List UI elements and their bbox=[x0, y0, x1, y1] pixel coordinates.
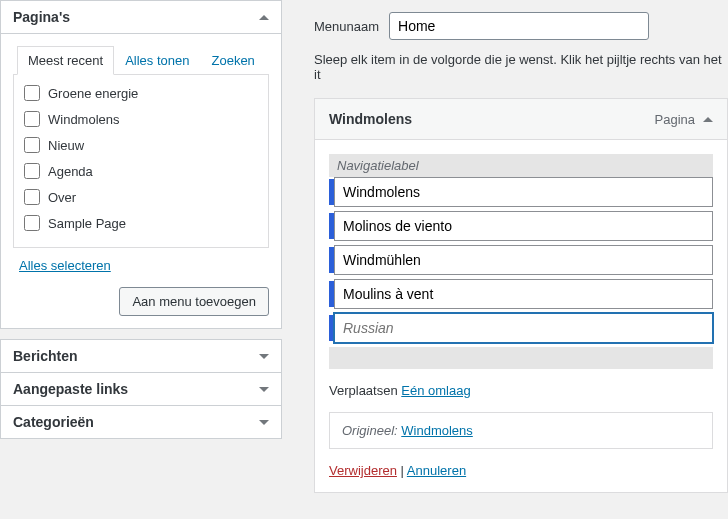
translation-row bbox=[329, 245, 713, 275]
page-checkbox[interactable] bbox=[24, 111, 40, 127]
postbox-pages: Pagina's Meest recent Alles tonen Zoeken… bbox=[0, 0, 282, 329]
origin-label: Origineel: bbox=[342, 423, 398, 438]
page-label: Over bbox=[48, 190, 76, 205]
postbox-custom-links-title: Aangepaste links bbox=[13, 381, 128, 397]
translation-input[interactable] bbox=[334, 279, 713, 309]
translation-input-russian[interactable] bbox=[334, 313, 713, 343]
select-all-link[interactable]: Alles selecteren bbox=[19, 258, 111, 273]
pages-tabs: Meest recent Alles tonen Zoeken bbox=[13, 46, 269, 75]
chevron-up-icon bbox=[259, 15, 269, 20]
postbox-custom-links: Aangepaste links bbox=[0, 373, 282, 406]
postbox-posts: Berichten bbox=[0, 339, 282, 373]
translation-input[interactable] bbox=[334, 211, 713, 241]
postbox-categories-title: Categorieën bbox=[13, 414, 94, 430]
pages-checkbox-list: Groene energie Windmolens Nieuw Age bbox=[14, 75, 268, 247]
page-checkbox[interactable] bbox=[24, 215, 40, 231]
instruction-text: Sleep elk item in de volgorde die je wen… bbox=[298, 52, 728, 98]
translation-row bbox=[329, 211, 713, 241]
menu-name-input[interactable] bbox=[389, 12, 649, 40]
translation-input[interactable] bbox=[334, 245, 713, 275]
tab-recent[interactable]: Meest recent bbox=[17, 46, 114, 75]
postbox-pages-title: Pagina's bbox=[13, 9, 70, 25]
menu-item-header[interactable]: Windmolens Pagina bbox=[315, 99, 727, 140]
gray-bar bbox=[329, 347, 713, 369]
page-checkbox[interactable] bbox=[24, 189, 40, 205]
page-label: Windmolens bbox=[48, 112, 120, 127]
translation-row-russian bbox=[329, 313, 713, 343]
postbox-posts-title: Berichten bbox=[13, 348, 78, 364]
page-item: Windmolens bbox=[24, 111, 258, 127]
page-checkbox[interactable] bbox=[24, 85, 40, 101]
translation-row bbox=[329, 279, 713, 309]
page-item: Agenda bbox=[24, 163, 258, 179]
cancel-link[interactable]: Annuleren bbox=[407, 463, 466, 478]
page-item: Nieuw bbox=[24, 137, 258, 153]
sidebar: Pagina's Meest recent Alles tonen Zoeken… bbox=[0, 0, 282, 519]
add-to-menu-button[interactable]: Aan menu toevoegen bbox=[119, 287, 269, 316]
menu-item-type: Pagina bbox=[655, 112, 695, 127]
page-checkbox[interactable] bbox=[24, 137, 40, 153]
chevron-down-icon bbox=[259, 387, 269, 392]
postbox-posts-header[interactable]: Berichten bbox=[1, 340, 281, 372]
page-label: Sample Page bbox=[48, 216, 126, 231]
menu-name-label: Menunaam bbox=[314, 19, 379, 34]
postbox-custom-links-header[interactable]: Aangepaste links bbox=[1, 373, 281, 405]
menu-item-title: Windmolens bbox=[329, 111, 412, 127]
page-label: Agenda bbox=[48, 164, 93, 179]
chevron-up-icon bbox=[703, 117, 713, 122]
nav-label-block: Navigatielabel bbox=[329, 154, 713, 177]
chevron-down-icon bbox=[259, 354, 269, 359]
select-all-row: Alles selecteren bbox=[13, 248, 269, 287]
tab-all[interactable]: Alles tonen bbox=[114, 46, 200, 75]
postbox-pages-body: Meest recent Alles tonen Zoeken Groene e… bbox=[1, 34, 281, 328]
chevron-down-icon bbox=[259, 420, 269, 425]
delete-link[interactable]: Verwijderen bbox=[329, 463, 397, 478]
menu-name-row: Menunaam bbox=[298, 0, 728, 52]
page-item: Sample Page bbox=[24, 215, 258, 231]
menu-item-windmolens: Windmolens Pagina Navigatielabel bbox=[314, 98, 728, 493]
origin-box: Origineel: Windmolens bbox=[329, 412, 713, 449]
move-down-link[interactable]: Eén omlaag bbox=[401, 383, 470, 398]
move-label: Verplaatsen bbox=[329, 383, 398, 398]
origin-link[interactable]: Windmolens bbox=[401, 423, 473, 438]
menu-item-meta: Pagina bbox=[655, 112, 713, 127]
postbox-categories-header[interactable]: Categorieën bbox=[1, 406, 281, 438]
nav-label-title: Navigatielabel bbox=[337, 158, 713, 173]
action-row: Verwijderen | Annuleren bbox=[329, 463, 713, 478]
add-to-menu-row: Aan menu toevoegen bbox=[13, 287, 269, 316]
postbox-pages-header[interactable]: Pagina's bbox=[1, 1, 281, 34]
translation-row bbox=[329, 177, 713, 207]
tab-search[interactable]: Zoeken bbox=[200, 46, 265, 75]
page-label: Groene energie bbox=[48, 86, 138, 101]
postbox-categories: Categorieën bbox=[0, 406, 282, 439]
main-area: Menunaam Sleep elk item in de volgorde d… bbox=[282, 0, 728, 519]
menu-item-body: Navigatielabel bbox=[315, 140, 727, 492]
page-label: Nieuw bbox=[48, 138, 84, 153]
page-item: Over bbox=[24, 189, 258, 205]
pages-tab-panel: Groene energie Windmolens Nieuw Age bbox=[13, 74, 269, 248]
page-item: Groene energie bbox=[24, 85, 258, 101]
move-row: Verplaatsen Eén omlaag bbox=[329, 383, 713, 398]
page-checkbox[interactable] bbox=[24, 163, 40, 179]
translation-input[interactable] bbox=[334, 177, 713, 207]
